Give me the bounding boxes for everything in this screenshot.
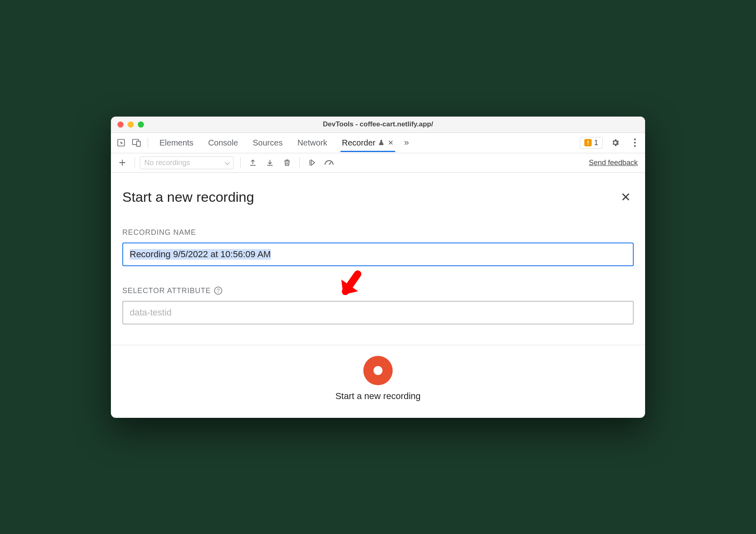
start-recording-button[interactable] — [363, 356, 393, 385]
performance-icon[interactable] — [322, 155, 336, 170]
selector-attribute-label-text: SELECTOR ATTRIBUTE — [122, 287, 211, 295]
close-window-button[interactable] — [117, 121, 124, 128]
minimize-window-button[interactable] — [128, 121, 134, 128]
tab-elements[interactable]: Elements — [158, 134, 195, 152]
inspect-element-icon[interactable] — [114, 136, 128, 150]
tabbar-right: ! 1 — [580, 136, 642, 150]
send-feedback-link[interactable]: Send feedback — [589, 159, 641, 167]
separator — [299, 157, 300, 168]
recordings-dropdown[interactable]: No recordings — [140, 157, 234, 169]
svg-point-3 — [634, 139, 636, 140]
new-recording-panel: Start a new recording ✕ RECORDING NAME S… — [111, 173, 645, 345]
replay-icon[interactable] — [305, 155, 319, 170]
kebab-menu-icon[interactable] — [628, 136, 642, 150]
close-panel-icon[interactable]: ✕ — [617, 189, 634, 205]
svg-rect-2 — [137, 141, 140, 146]
svg-point-5 — [634, 145, 636, 147]
start-recording-label: Start a new recording — [335, 391, 420, 402]
tab-sources[interactable]: Sources — [251, 134, 284, 152]
delete-icon[interactable] — [280, 155, 294, 170]
close-tab-icon[interactable]: ✕ — [388, 139, 393, 147]
help-icon[interactable]: ? — [214, 287, 222, 295]
titlebar: DevTools - coffee-cart.netlify.app/ — [111, 117, 645, 133]
recorder-toolbar: No recordings Send feedback — [111, 153, 645, 173]
selector-attribute-input[interactable] — [122, 301, 634, 324]
device-toggle-icon[interactable] — [130, 136, 144, 150]
warning-icon: ! — [584, 139, 592, 146]
panel-header: Start a new recording ✕ — [122, 189, 634, 205]
separator — [240, 157, 241, 168]
devtools-window: DevTools - coffee-cart.netlify.app/ Elem… — [111, 117, 645, 418]
settings-icon[interactable] — [608, 136, 622, 150]
tabs: Elements Console Sources Network Recorde… — [158, 134, 395, 152]
recording-name-input[interactable] — [122, 243, 634, 266]
tab-recorder-label: Recorder — [342, 138, 376, 148]
flask-icon — [378, 139, 385, 146]
recording-name-label: RECORDING NAME — [122, 228, 634, 237]
separator — [135, 157, 135, 168]
import-icon[interactable] — [263, 155, 277, 170]
add-recording-icon[interactable] — [115, 155, 130, 170]
window-title: DevTools - coffee-cart.netlify.app/ — [111, 120, 645, 128]
export-icon[interactable] — [245, 155, 260, 170]
issues-badge[interactable]: ! 1 — [580, 137, 603, 149]
separator — [148, 137, 148, 148]
tabbar: Elements Console Sources Network Recorde… — [111, 133, 645, 153]
tab-network[interactable]: Network — [296, 134, 329, 152]
more-tabs-icon[interactable]: » — [404, 137, 409, 148]
svg-point-4 — [634, 142, 636, 143]
maximize-window-button[interactable] — [138, 121, 144, 128]
issues-count: 1 — [594, 139, 598, 147]
panel-title: Start a new recording — [122, 189, 254, 205]
traffic-lights — [111, 121, 144, 128]
panel-footer: Start a new recording — [111, 345, 645, 418]
selector-attribute-label: SELECTOR ATTRIBUTE ? — [122, 287, 634, 295]
tab-recorder[interactable]: Recorder ✕ — [340, 134, 395, 152]
tab-console[interactable]: Console — [206, 134, 239, 152]
